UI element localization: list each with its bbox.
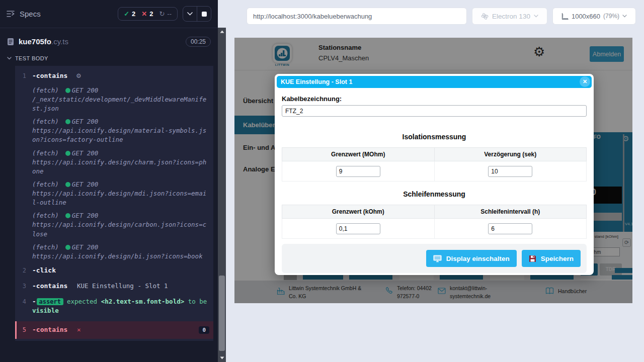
panel-scrollbar[interactable] [218, 28, 226, 362]
stat-pending: ↻ -- [159, 10, 172, 18]
check-icon: ✓ [124, 10, 129, 18]
kue-settings-modal: KUE Einstellung - Slot 1 ✕ Kabelbezeichn… [275, 74, 594, 275]
run-controls [183, 6, 211, 22]
x-icon: ✕ [141, 10, 147, 18]
isolation-col-grenzwert: Grenzwert (MOhm) [282, 148, 435, 161]
chevron-down-icon [187, 12, 193, 16]
status-dot [65, 213, 70, 218]
fetch-log[interactable]: (fetch)GET 200 https://api.iconify.desig… [15, 209, 213, 240]
loop-heading: Schleifenmessung [282, 190, 587, 198]
fetch-log[interactable]: (fetch)GET 200 https://api.iconify.desig… [15, 115, 213, 146]
stop-button[interactable] [197, 7, 211, 21]
isolation-grenzwert-input[interactable] [336, 166, 380, 177]
collapse-button[interactable] [183, 7, 197, 21]
status-dot [65, 88, 70, 93]
fail-x-icon: ✕ [77, 326, 81, 333]
command-contains-3[interactable]: 3 -contains KUE Einstellung - Slot 1 [15, 279, 213, 294]
url-input[interactable]: http://localhost:3000/kabelueberwachung [247, 8, 467, 25]
app-under-test: LITTWIN Stationsname CPLV4_Maschen ⚙ Abm… [234, 38, 632, 303]
ruler-icon [561, 13, 569, 20]
electron-icon [481, 13, 489, 20]
cypress-reporter-panel: Specs ✓ 2 ✕ 2 ↻ -- [0, 0, 218, 362]
specs-label: Specs [20, 10, 41, 18]
loop-intervall-input[interactable] [488, 223, 532, 234]
specs-menu-icon [7, 10, 15, 18]
assert-badge: assert [37, 298, 63, 305]
test-body-section[interactable]: TEST BODY [0, 49, 218, 65]
modal-title: KUE Einstellung - Slot 1 [281, 78, 352, 85]
spec-name: kue705fo [19, 37, 51, 46]
isolation-table: Grenzwert (MOhm) Verzögerung (sek) [282, 147, 587, 182]
cable-name-label: Kabelbezeichnung: [282, 95, 587, 103]
loop-col-grenzwert: Grenzwert (kOhm) [282, 205, 435, 219]
close-icon[interactable]: ✕ [580, 76, 590, 87]
scrollbar-thumb[interactable] [219, 276, 225, 351]
loop-table: Grenzwert (kOhm) Schleifenintervall (h) [282, 205, 587, 239]
status-dot [65, 245, 70, 250]
specs-nav[interactable]: Specs [7, 10, 41, 18]
reporter-header: Specs ✓ 2 ✕ 2 ↻ -- [0, 0, 218, 28]
chevron-down-icon [7, 57, 12, 60]
modal-footer: Display einschalten Speichern [282, 244, 587, 273]
loop-grenzwert-input[interactable] [336, 223, 380, 234]
browser-select[interactable]: Electron 130 [472, 8, 547, 25]
spec-extension: .cy.ts [51, 37, 68, 46]
command-click[interactable]: 2 -click [15, 263, 213, 279]
command-contains-failed[interactable]: 5 -contains ✕ 0 [15, 321, 213, 339]
scroll-down-icon[interactable] [218, 355, 226, 361]
save-button[interactable]: Speichern [522, 250, 581, 267]
fetch-log[interactable]: (fetch)GET 200 https://api.iconify.desig… [15, 147, 213, 178]
isolation-heading: Isolationsmessung [282, 133, 587, 141]
status-dot [65, 151, 70, 156]
display-on-button[interactable]: Display einschalten [426, 250, 517, 267]
gear-icon: ⚙ [76, 72, 82, 79]
spec-file-icon [7, 38, 14, 46]
status-dot [65, 119, 70, 124]
monitor-icon [433, 255, 442, 262]
status-dot [65, 182, 70, 187]
stat-failed: ✕ 2 [141, 10, 153, 18]
loop-col-intervall: Schleifenintervall (h) [434, 205, 587, 219]
isolation-verzoegerung-input[interactable] [488, 166, 532, 177]
spec-duration: 00:25 [186, 37, 211, 47]
isolation-col-verzoegerung: Verzögerung (sek) [434, 148, 587, 161]
chevron-down-icon [534, 15, 538, 18]
chevron-down-icon [622, 15, 627, 18]
viewport-size-select[interactable]: 1000x660 (79%) [552, 8, 636, 25]
command-log: 1 -contains ⚙ (fetch)GET 200 /_next/stat… [15, 66, 213, 341]
refresh-icon: ↻ [159, 10, 165, 18]
floppy-save-icon [529, 255, 536, 262]
fetch-log[interactable]: (fetch)GET 200 /_next/static/development… [15, 84, 213, 115]
spec-row[interactable]: kue705fo.cy.ts 00:25 [0, 28, 218, 49]
stop-icon [202, 12, 207, 17]
stat-passed: ✓ 2 [124, 10, 135, 18]
scroll-up-icon[interactable] [218, 29, 226, 35]
cable-name-input[interactable] [282, 105, 587, 117]
command-assert[interactable]: 4 -assertexpected <h2.text-sm.font-bold>… [15, 294, 213, 319]
aut-viewport-area: http://localhost:3000/kabelueberwachung … [226, 0, 644, 362]
fetch-log[interactable]: (fetch)GET 200 https://api.iconify.desig… [15, 178, 213, 209]
fetch-log[interactable]: (fetch)GET 200 https://api.iconify.desig… [15, 241, 213, 263]
test-stats: ✓ 2 ✕ 2 ↻ -- [118, 7, 178, 21]
command-contains-1[interactable]: 1 -contains ⚙ [15, 68, 213, 84]
modal-header: KUE Einstellung - Slot 1 ✕ [277, 76, 592, 88]
retry-count-badge: 0 [199, 326, 209, 334]
